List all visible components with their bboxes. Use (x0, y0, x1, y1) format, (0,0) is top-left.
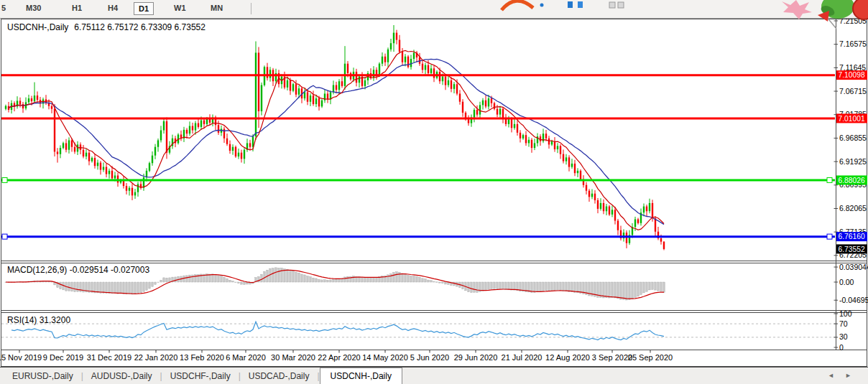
svg-text:22 Apr 2020: 22 Apr 2020 (318, 353, 360, 362)
watermark-dot-icon (540, 4, 544, 7)
svg-text:7.16575: 7.16575 (839, 39, 867, 48)
svg-text:6.96855: 6.96855 (839, 134, 867, 142)
mascot-wing-shape (819, 4, 836, 17)
current-price-badge: 6.73552 (836, 244, 867, 253)
timeframe-button-d1[interactable]: D1 (134, 2, 154, 15)
svg-text:13 Feb 2020: 13 Feb 2020 (180, 353, 224, 362)
watermark-glyph-icon (568, 1, 573, 8)
timeframe-toolbar: 5M30H1H4D1W1MN (0, 0, 868, 19)
svg-text:100: 100 (839, 309, 852, 318)
svg-text:30 Mar 2020: 30 Mar 2020 (271, 353, 315, 362)
svg-text:25 Sep 2020: 25 Sep 2020 (628, 353, 673, 362)
tab-usdcad-daily[interactable]: USDCAD-,Daily (241, 369, 318, 383)
line-handle[interactable] (2, 177, 7, 182)
svg-text:21 Jul 2020: 21 Jul 2020 (502, 353, 542, 362)
window-close-icon (618, 2, 624, 8)
svg-text:0.039044: 0.039044 (839, 263, 868, 271)
svg-text:22 Jan 2020: 22 Jan 2020 (134, 353, 178, 362)
symbol-tabs: EURUSD-,Daily|AUDUSD-,Daily|USDCHF-,Dail… (4, 367, 402, 384)
svg-text:6 Mar 2020: 6 Mar 2020 (226, 353, 266, 362)
line-handle[interactable] (2, 234, 7, 239)
tabs-scroll-left-icon[interactable]: ◄ (828, 372, 834, 379)
price-level-badge: 6.76160 (836, 232, 867, 241)
svg-text:12 Aug 2020: 12 Aug 2020 (545, 353, 590, 362)
svg-text:9 Dec 2019: 9 Dec 2019 (43, 353, 83, 362)
svg-text:14 May 2020: 14 May 2020 (362, 353, 408, 362)
price-level-badge: 7.10098 (836, 70, 867, 80)
mascot-burst-shape (782, 0, 812, 19)
watermark-swoosh-icon (502, 1, 533, 10)
svg-text:-0.046959: -0.046959 (839, 296, 868, 304)
tab-usdchf-daily[interactable]: USDCHF-,Daily (162, 369, 239, 383)
svg-text:30: 30 (839, 332, 848, 341)
svg-text:7.06715: 7.06715 (839, 87, 867, 95)
svg-text:31 Dec 2019: 31 Dec 2019 (87, 353, 131, 362)
price-level-badge: 6.88026 (836, 175, 867, 184)
line-handle[interactable] (827, 234, 832, 239)
timeframe-button-m30[interactable]: M30 (22, 2, 45, 14)
svg-text:7.10098: 7.10098 (839, 71, 865, 79)
svg-text:0.00: 0.00 (839, 278, 854, 286)
toolbar-separator (251, 3, 251, 14)
svg-text:6.91925: 6.91925 (839, 157, 867, 166)
window-restore-icon (609, 2, 615, 8)
svg-text:6.82065: 6.82065 (839, 204, 867, 212)
svg-text:0: 0 (839, 343, 844, 352)
timeframe-button-h4[interactable]: H4 (103, 2, 122, 14)
watermark-logo (494, 0, 638, 13)
svg-text:15 Nov 2019: 15 Nov 2019 (0, 353, 42, 362)
svg-text:3 Sep 2020: 3 Sep 2020 (592, 353, 632, 362)
timeframe-button-w1[interactable]: W1 (170, 2, 190, 14)
tab-eurusd-daily[interactable]: EURUSD-,Daily (4, 369, 81, 383)
tab-usdcnh-daily[interactable]: USDCNH-,Daily (320, 367, 402, 384)
svg-text:29 Jun 2020: 29 Jun 2020 (454, 353, 498, 362)
line-handle[interactable] (827, 177, 832, 182)
mascot-ball-shape (853, 0, 868, 19)
svg-text:6.73552: 6.73552 (839, 245, 865, 253)
timeframe-button-5[interactable]: 5 (0, 2, 10, 14)
tab-audusd-daily[interactable]: AUDUSD-,Daily (83, 369, 160, 383)
timeframe-button-h1[interactable]: H1 (68, 2, 86, 14)
price-level-badge: 7.01001 (836, 113, 867, 123)
timeframe-button-mn[interactable]: MN (206, 2, 227, 14)
tabs-scroll-right-icon[interactable]: ► (845, 372, 851, 379)
price-chart[interactable]: 7.215057.165757.116457.067157.017856.968… (0, 19, 868, 367)
svg-text:6.76160: 6.76160 (839, 233, 865, 240)
svg-text:70: 70 (839, 319, 848, 328)
svg-text:7.01001: 7.01001 (839, 115, 865, 123)
svg-text:7.11645: 7.11645 (839, 63, 866, 72)
svg-text:7.21505: 7.21505 (839, 19, 867, 25)
symbol-tabs-bar: EURUSD-,Daily|AUDUSD-,Daily|USDCHF-,Dail… (0, 367, 868, 384)
svg-text:6.88026: 6.88026 (839, 177, 865, 184)
mascot-body-shape (821, 0, 854, 19)
watermark-glyph-icon (578, 1, 583, 8)
svg-text:5 Jun 2020: 5 Jun 2020 (410, 353, 449, 362)
